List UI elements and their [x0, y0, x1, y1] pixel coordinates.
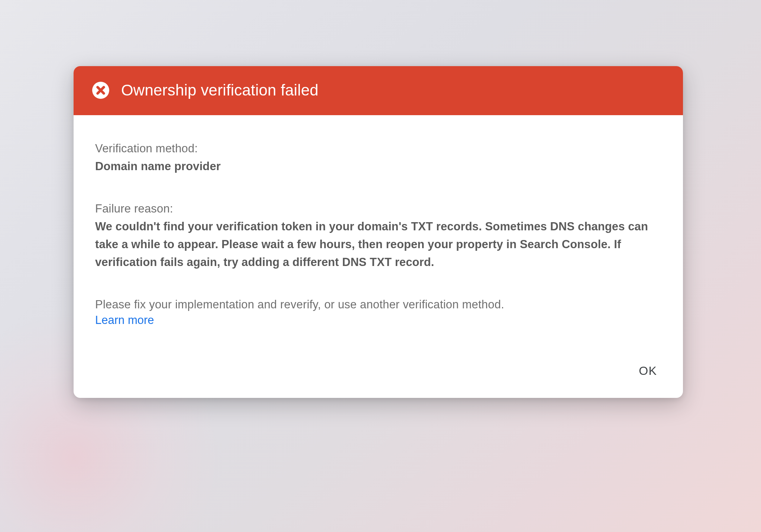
dialog-header: Ownership verification failed	[74, 66, 683, 115]
dialog-title: Ownership verification failed	[121, 81, 318, 99]
ok-button[interactable]: OK	[631, 359, 665, 383]
reason-label: Failure reason:	[95, 200, 661, 218]
dialog-body: Verification method: Domain name provide…	[74, 115, 683, 351]
learn-more-link[interactable]: Learn more	[95, 314, 154, 327]
method-label: Verification method:	[95, 140, 661, 158]
verification-method-section: Verification method: Domain name provide…	[95, 140, 661, 175]
help-section: Please fix your implementation and rever…	[95, 296, 661, 327]
help-text: Please fix your implementation and rever…	[95, 296, 661, 314]
method-value: Domain name provider	[95, 158, 661, 175]
verification-failed-dialog: Ownership verification failed Verificati…	[74, 66, 683, 398]
dialog-actions: OK	[74, 351, 683, 398]
reason-value: We couldn't find your verification token…	[95, 218, 661, 271]
error-circle-icon	[91, 81, 110, 100]
failure-reason-section: Failure reason: We couldn't find your ve…	[95, 200, 661, 271]
